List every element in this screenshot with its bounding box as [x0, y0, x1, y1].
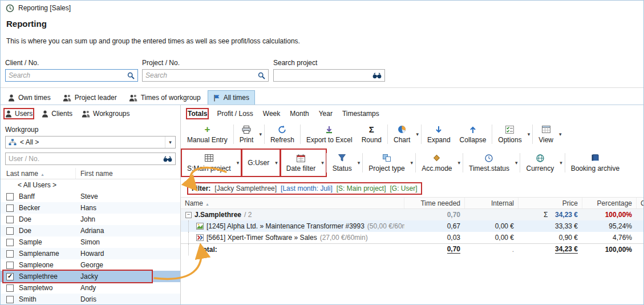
currency-button[interactable]: Currency: [521, 152, 558, 174]
date-filter-button[interactable]: Date filter: [282, 152, 320, 174]
project-search-input[interactable]: [145, 71, 256, 79]
tab-timestamps[interactable]: Timestamps: [342, 110, 379, 118]
main-toolbar: +Manual Entry Print Refresh Export to Ex…: [181, 120, 643, 149]
user-checkbox-checked[interactable]: [6, 273, 14, 280]
chevron-down-icon[interactable]: [258, 131, 263, 137]
manual-entry-button[interactable]: +Manual Entry: [183, 124, 232, 145]
tab-week[interactable]: Week: [263, 110, 280, 118]
column-header-price[interactable]: Price: [519, 198, 582, 208]
workgroup-select[interactable]: < All >: [5, 136, 176, 149]
sort-main-project-button[interactable]: S:Main project: [183, 152, 236, 174]
user-checkbox[interactable]: [6, 262, 14, 269]
user-checkbox[interactable]: [6, 227, 14, 235]
view-button[interactable]: View: [534, 124, 558, 145]
user-row[interactable]: SamplenameHoward: [1, 248, 180, 259]
refresh-button[interactable]: Refresh: [266, 124, 299, 145]
user-checkbox[interactable]: [6, 239, 14, 246]
chevron-down-icon[interactable]: [236, 160, 241, 166]
print-button[interactable]: Print: [235, 124, 258, 145]
column-header-c[interactable]: C: [637, 198, 643, 208]
user-checkbox[interactable]: [6, 284, 14, 292]
booking-archive-button[interactable]: Booking archive: [566, 152, 624, 174]
column-header-percentage[interactable]: Percentage: [582, 198, 637, 208]
timestamp-status-filter-button[interactable]: Timest.status: [464, 152, 514, 174]
app-clock-icon: [6, 4, 14, 13]
tab-workgroups[interactable]: Workgroups: [82, 110, 129, 118]
user-row[interactable]: BanffSteve: [1, 191, 180, 202]
column-header-time-needed[interactable]: Time needed: [404, 198, 465, 208]
user-checkbox[interactable]: [6, 250, 14, 258]
project-type-filter-button[interactable]: Project type: [364, 152, 409, 174]
user-row[interactable]: SampleSimon: [1, 236, 180, 248]
filter-chip-group[interactable]: [G: User]: [390, 184, 417, 192]
report-tab-bar: Totals Profit / Loss Week Month Year Tim…: [181, 105, 643, 120]
column-header-internal[interactable]: Internal: [465, 198, 519, 208]
group-by-user-group: G:User: [243, 150, 279, 175]
user-search-input[interactable]: [9, 155, 161, 163]
chevron-down-icon[interactable]: [274, 160, 279, 166]
user-row[interactable]: DoeAdriana: [1, 225, 180, 236]
tab-clients[interactable]: Clients: [42, 110, 72, 118]
tab-project-leader[interactable]: Project leader: [58, 91, 122, 105]
tab-users[interactable]: Users: [5, 110, 33, 118]
status-filter-button[interactable]: Status: [328, 152, 357, 174]
chevron-down-icon[interactable]: [514, 160, 519, 166]
tab-own-times[interactable]: Own times: [3, 91, 56, 105]
tab-all-times[interactable]: All times: [208, 90, 255, 105]
chart-button[interactable]: Chart: [389, 124, 415, 145]
chevron-down-icon[interactable]: [526, 131, 532, 137]
filter-chip-user[interactable]: [Jacky Samplethree]: [214, 184, 277, 192]
user-row[interactable]: DoeJohn: [1, 214, 180, 225]
user-row[interactable]: SmithDoris: [1, 294, 180, 305]
workgroup-label: Workgroup: [5, 126, 176, 134]
chevron-down-icon[interactable]: [558, 131, 563, 137]
tab-year[interactable]: Year: [319, 110, 333, 118]
user-checkbox[interactable]: [6, 204, 14, 212]
options-button[interactable]: Options: [493, 124, 526, 145]
chevron-down-icon[interactable]: [457, 160, 462, 166]
chevron-down-icon[interactable]: [410, 160, 415, 166]
expand-button[interactable]: Expand: [423, 124, 455, 145]
window-title: Reporting [Sales]: [18, 4, 71, 12]
project-row[interactable]: [1245] Alpha Ltd. » Maintenance Transfor…: [181, 220, 643, 232]
filter-chip-date[interactable]: [Last month: Juli]: [281, 184, 333, 192]
clock-icon: [485, 154, 493, 163]
filter-chip-sort[interactable]: [S: Main project]: [337, 184, 386, 192]
column-header-last-name[interactable]: Last name: [1, 168, 76, 179]
column-header-first-name[interactable]: First name: [76, 168, 180, 179]
project-row[interactable]: [5661] Xpert-Timer Software » Sales(27,0…: [181, 232, 643, 243]
group-by-user-button[interactable]: G:User: [243, 158, 274, 168]
tab-totals[interactable]: Totals: [188, 110, 207, 118]
chevron-down-icon[interactable]: [320, 160, 325, 166]
chevron-down-icon[interactable]: [558, 160, 564, 166]
all-users-row[interactable]: < All Users >: [1, 179, 180, 191]
user-row-selected[interactable]: SamplethreeJacky: [1, 271, 180, 282]
user-checkbox[interactable]: [6, 193, 14, 200]
tab-month[interactable]: Month: [290, 110, 309, 118]
collapse-button[interactable]: Collapse: [455, 124, 491, 145]
user-row[interactable]: BeckerHans: [1, 202, 180, 214]
collapse-node-icon[interactable]: [185, 212, 192, 218]
column-header-name[interactable]: Name: [181, 198, 404, 208]
user-row[interactable]: SampletwoAndy: [1, 282, 180, 294]
search-project-input[interactable]: [277, 71, 370, 79]
user-checkbox[interactable]: [6, 296, 14, 303]
acc-mode-filter-button[interactable]: Acc.mode: [417, 152, 456, 174]
window-titlebar: Reporting [Sales]: [1, 1, 643, 15]
tree-line: [188, 244, 195, 255]
group-row-samplethree[interactable]: J.Samplethree/ 2 0,70 Σ34,23 € 100,00%: [181, 209, 643, 220]
tab-profit-loss[interactable]: Profit / Loss: [217, 110, 253, 118]
calendar-icon: [297, 154, 305, 163]
export-to-excel-button[interactable]: Export to Excel: [302, 124, 357, 145]
tab-times-of-workgroup[interactable]: Times of workgroup: [124, 91, 206, 105]
report-table: Name Time needed Internal Price Percenta…: [181, 197, 643, 255]
user-checkbox[interactable]: [6, 216, 14, 223]
project-search-field: Project / No.: [142, 59, 269, 82]
sigma-icon: Σ: [369, 125, 374, 134]
user-row[interactable]: SampleoneGeorge: [1, 259, 180, 271]
client-search-input[interactable]: [9, 71, 125, 79]
chevron-down-icon[interactable]: [415, 131, 420, 137]
round-button[interactable]: ΣRound: [357, 124, 386, 145]
chevron-down-icon[interactable]: [165, 137, 175, 148]
chevron-down-icon[interactable]: [357, 160, 362, 166]
